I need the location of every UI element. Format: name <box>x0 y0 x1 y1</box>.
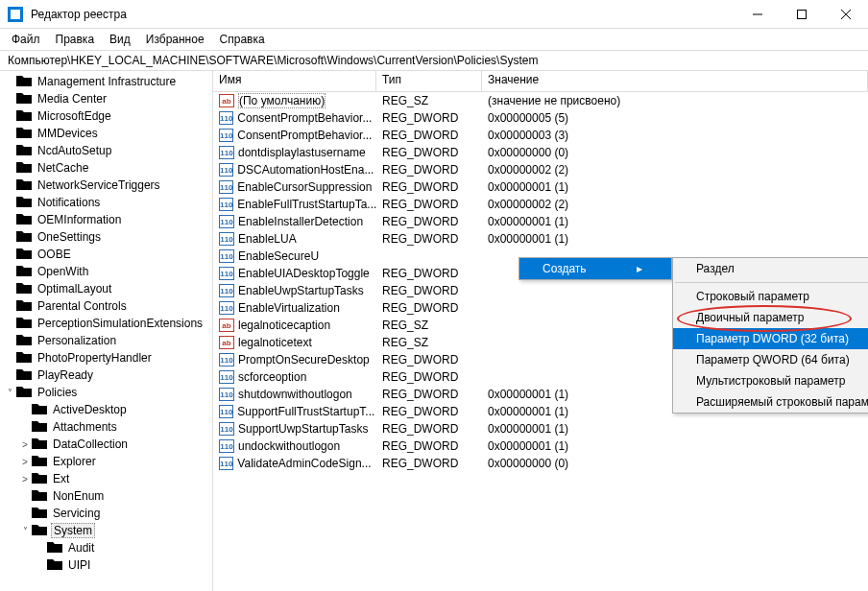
cell-type: REG_DWORD <box>376 284 482 297</box>
tree-row[interactable]: OpenWith <box>0 263 212 280</box>
collapse-icon[interactable]: ˅ <box>4 388 15 398</box>
tree-row[interactable]: ˅System <box>0 522 212 539</box>
collapse-icon[interactable]: ˅ <box>19 526 31 536</box>
cell-type: REG_DWORD <box>376 370 482 384</box>
context-item[interactable]: Мультистроковый параметр <box>673 370 868 391</box>
tree-row[interactable]: Servicing <box>0 505 212 522</box>
folder-icon <box>16 334 32 347</box>
tree-row[interactable]: Management Infrastructure <box>0 73 212 90</box>
expand-icon[interactable]: > <box>19 457 31 467</box>
string-value-icon: ab <box>219 94 234 107</box>
list-row[interactable]: 110ConsentPromptBehavior...REG_DWORD0x00… <box>213 109 868 127</box>
cell-name: 110undockwithoutlogon <box>213 439 376 453</box>
context-item[interactable]: Раздел <box>673 258 868 279</box>
cell-type: REG_SZ <box>376 94 482 107</box>
tree-row[interactable]: Parental Controls <box>0 297 212 315</box>
tree-row[interactable]: UIPI <box>0 556 212 574</box>
tree-label: Media Center <box>36 92 108 106</box>
tree-row[interactable]: OneSettings <box>0 228 212 246</box>
svg-rect-1 <box>798 10 807 18</box>
value-name: ConsentPromptBehavior... <box>237 111 372 125</box>
tree-row[interactable]: >Ext <box>0 470 212 487</box>
column-type[interactable]: Тип <box>376 71 482 91</box>
tree-row[interactable]: NetworkServiceTriggers <box>0 177 212 194</box>
expand-icon[interactable]: > <box>19 474 31 485</box>
tree-row[interactable]: OOBE <box>0 246 212 263</box>
list-row[interactable]: 110ValidateAdminCodeSign...REG_DWORD0x00… <box>213 455 868 472</box>
tree-label: System <box>51 523 95 538</box>
context-item-label: Создать <box>542 262 587 275</box>
expand-icon[interactable]: > <box>19 439 31 450</box>
cell-name: 110PromptOnSecureDesktop <box>213 353 376 366</box>
tree-label: MicrosoftEdge <box>36 109 113 123</box>
menu-item[interactable]: Правка <box>48 31 103 48</box>
folder-icon <box>32 403 47 416</box>
tree-row[interactable]: NonEnum <box>0 487 212 505</box>
value-name: PromptOnSecureDesktop <box>238 353 370 366</box>
list-row[interactable]: 110DSCAutomationHostEna...REG_DWORD0x000… <box>213 161 868 178</box>
cell-name: 110EnableFullTrustStartupTa... <box>213 198 376 211</box>
value-name: DSCAutomationHostEna... <box>237 163 374 177</box>
context-item[interactable]: Параметр QWORD (64 бита) <box>673 349 868 370</box>
close-button[interactable] <box>824 0 868 29</box>
value-name: dontdisplaylastusername <box>238 146 366 159</box>
column-name[interactable]: Имя <box>213 71 376 91</box>
tree-label: MMDevices <box>36 127 100 140</box>
list-row[interactable]: 110EnableLUAREG_DWORD0x00000001 (1) <box>213 230 868 248</box>
tree-row[interactable]: Attachments <box>0 418 212 436</box>
list-row[interactable]: 110EnableCursorSuppressionREG_DWORD0x000… <box>213 178 868 196</box>
cell-name: 110ValidateAdminCodeSign... <box>213 457 376 470</box>
tree-row[interactable]: MMDevices <box>0 125 212 142</box>
tree-label: PerceptionSimulationExtensions <box>36 317 205 330</box>
minimize-button[interactable] <box>735 0 780 29</box>
maximize-button[interactable] <box>780 0 824 29</box>
binary-value-icon: 110 <box>219 353 234 366</box>
address-bar[interactable]: Компьютер\HKEY_LOCAL_MACHINE\SOFTWARE\Mi… <box>0 50 868 71</box>
tree-row[interactable]: OptimalLayout <box>0 280 212 297</box>
tree-row[interactable]: ˅Policies <box>0 384 212 401</box>
context-item[interactable]: Параметр DWORD (32 бита) <box>673 328 868 349</box>
tree-row[interactable]: PlayReady <box>0 366 212 384</box>
tree-row[interactable]: PhotoPropertyHandler <box>0 349 212 366</box>
list-row[interactable]: 110EnableFullTrustStartupTa...REG_DWORD0… <box>213 196 868 213</box>
tree-row[interactable]: PerceptionSimulationExtensions <box>0 315 212 332</box>
context-item[interactable]: Расширяемый строковый параметр <box>673 391 868 413</box>
menu-item[interactable]: Избранное <box>138 31 212 48</box>
tree-row[interactable]: >Explorer <box>0 453 212 470</box>
list-row[interactable]: ab(По умолчанию)REG_SZ(значение не присв… <box>213 92 868 109</box>
tree-label: Notifications <box>36 196 102 209</box>
menu-item[interactable]: Справка <box>212 31 273 48</box>
context-item-create[interactable]: Создать ▸ <box>519 258 671 279</box>
binary-value-icon: 110 <box>219 370 234 384</box>
tree-label: OEMInformation <box>36 213 123 226</box>
list-row[interactable]: 110undockwithoutlogonREG_DWORD0x00000001… <box>213 437 868 455</box>
folder-icon <box>32 472 47 485</box>
tree-row[interactable]: Media Center <box>0 90 212 107</box>
tree-row[interactable]: Personalization <box>0 332 212 349</box>
list-row[interactable]: 110dontdisplaylastusernameREG_DWORD0x000… <box>213 144 868 161</box>
menu-item[interactable]: Вид <box>102 31 138 48</box>
context-item[interactable]: Строковый параметр <box>673 286 868 307</box>
list-row[interactable]: 110ConsentPromptBehavior...REG_DWORD0x00… <box>213 127 868 144</box>
tree-row[interactable]: NcdAutoSetup <box>0 142 212 159</box>
list-row[interactable]: 110SupportUwpStartupTasksREG_DWORD0x0000… <box>213 420 868 437</box>
tree-row[interactable]: NetCache <box>0 159 212 177</box>
tree-row[interactable]: Notifications <box>0 194 212 211</box>
column-value[interactable]: Значение <box>482 71 868 91</box>
folder-icon <box>16 282 32 296</box>
tree-row[interactable]: ActiveDesktop <box>0 401 212 418</box>
tree-row[interactable]: Audit <box>0 539 212 556</box>
list-panel[interactable]: Имя Тип Значение ab(По умолчанию)REG_SZ(… <box>213 71 868 591</box>
tree-row[interactable]: OEMInformation <box>0 211 212 228</box>
tree-row[interactable]: MicrosoftEdge <box>0 107 212 125</box>
menu-item[interactable]: Файл <box>4 31 48 48</box>
cell-type: REG_DWORD <box>376 180 482 194</box>
context-item[interactable]: Двоичный параметр <box>673 307 868 328</box>
tree-panel[interactable]: Management InfrastructureMedia CenterMic… <box>0 71 213 591</box>
cell-value: 0x00000002 (2) <box>482 163 868 177</box>
tree-row[interactable]: >DataCollection <box>0 436 212 453</box>
cell-type: REG_DWORD <box>376 163 482 177</box>
list-row[interactable]: 110EnableInstallerDetectionREG_DWORD0x00… <box>213 213 868 230</box>
folder-icon <box>32 524 47 537</box>
cell-name: 110dontdisplaylastusername <box>213 146 376 159</box>
